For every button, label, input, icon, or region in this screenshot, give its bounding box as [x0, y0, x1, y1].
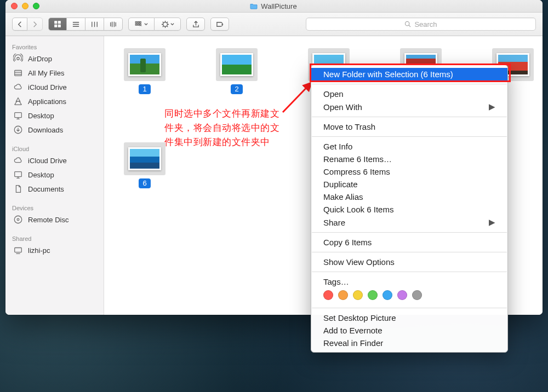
- submenu-arrow-icon: ▶: [489, 217, 495, 227]
- arrange-action-segment: [128, 18, 181, 31]
- minimize-button[interactable]: [22, 3, 28, 9]
- menu-set-desktop[interactable]: Set Desktop Picture: [311, 312, 507, 324]
- menu-tags[interactable]: Tags…: [311, 275, 507, 288]
- tag-color-dot[interactable]: [397, 290, 407, 300]
- annotation-line: 件夹，将会自动将选中的文: [164, 121, 279, 135]
- file-item[interactable]: 1: [124, 48, 165, 94]
- window-title: WallPicture: [39, 2, 507, 10]
- view-list-button[interactable]: [67, 18, 85, 31]
- forward-button[interactable]: [27, 18, 43, 31]
- sidebar-group-shared: Shared: [5, 232, 104, 243]
- view-icons-button[interactable]: [48, 18, 67, 31]
- sidebar[interactable]: Favorites AirDrop All My Files iCloud Dr…: [5, 36, 104, 315]
- menu-open[interactable]: Open: [311, 88, 507, 100]
- tag-color-dot[interactable]: [383, 290, 392, 300]
- menu-share[interactable]: Share▶: [311, 216, 507, 229]
- svg-rect-3: [58, 25, 60, 27]
- share-group: [186, 18, 205, 31]
- tag-color-dot[interactable]: [323, 290, 333, 300]
- menu-label: Set Desktop Picture: [323, 313, 396, 322]
- svg-rect-4: [135, 21, 137, 23]
- sidebar-item-downloads[interactable]: Downloads: [5, 123, 104, 137]
- sidebar-item-applications[interactable]: Applications: [5, 94, 104, 108]
- image-icon: [128, 53, 161, 76]
- titlebar[interactable]: WallPicture: [5, 0, 543, 13]
- file-thumb: [124, 48, 165, 81]
- annotation-line: 件集中到新建的文件夹中: [164, 135, 279, 149]
- menu-label: Add to Evernote: [323, 326, 383, 335]
- menu-duplicate[interactable]: Duplicate: [311, 178, 507, 191]
- menu-separator: [312, 308, 507, 308]
- tag-color-dot[interactable]: [368, 290, 378, 300]
- nav-buttons: [12, 18, 43, 31]
- toolbar: Search: [5, 13, 543, 36]
- tag-color-dot[interactable]: [412, 290, 422, 300]
- close-button[interactable]: [11, 3, 18, 9]
- image-icon: [220, 53, 253, 76]
- sidebar-label: iCloud Drive: [28, 157, 67, 165]
- menu-quicklook[interactable]: Quick Look 6 Items: [311, 203, 507, 216]
- applications-icon: [13, 96, 23, 106]
- menu-label: Get Info: [323, 142, 352, 151]
- traffic-lights: [11, 3, 39, 9]
- share-button[interactable]: [186, 18, 205, 31]
- sidebar-item-desktop[interactable]: Desktop: [5, 108, 104, 123]
- menu-separator: [312, 117, 507, 117]
- menu-label: Rename 6 Items…: [323, 154, 392, 164]
- svg-point-18: [17, 218, 19, 221]
- sidebar-label: iCloud Drive: [28, 83, 67, 91]
- svg-rect-13: [15, 71, 22, 76]
- menu-rename[interactable]: Rename 6 Items…: [311, 153, 507, 165]
- menu-separator: [312, 232, 507, 233]
- search-wrapper: Search: [306, 18, 536, 31]
- sidebar-item-shared-pc[interactable]: lizhi-pc: [5, 243, 104, 257]
- sidebar-item-iclouddrive[interactable]: iCloud Drive: [5, 153, 104, 168]
- sidebar-group-favorites: Favorites: [5, 41, 104, 51]
- sidebar-group-icloud: iCloud: [5, 142, 104, 153]
- action-button[interactable]: [155, 18, 181, 31]
- sidebar-item-allmyfiles[interactable]: All My Files: [5, 66, 104, 80]
- menu-move-trash[interactable]: Move to Trash: [311, 120, 507, 133]
- menu-evernote[interactable]: Add to Evernote: [311, 324, 507, 337]
- menu-open-with[interactable]: Open With▶: [311, 100, 507, 113]
- menu-view-options[interactable]: Show View Options: [311, 256, 507, 268]
- menu-label: Show View Options: [323, 257, 395, 267]
- search-icon: [404, 21, 411, 27]
- svg-point-11: [406, 21, 409, 25]
- menu-label: Tags…: [323, 277, 349, 286]
- svg-rect-6: [140, 21, 141, 23]
- arrange-button[interactable]: [128, 18, 155, 31]
- view-coverflow-button[interactable]: [104, 18, 123, 31]
- file-label: 2: [231, 84, 242, 94]
- image-icon: [128, 147, 161, 170]
- menu-make-alias[interactable]: Make Alias: [311, 191, 507, 203]
- sidebar-label: AirDrop: [28, 55, 52, 63]
- menu-separator: [312, 136, 507, 137]
- sidebar-item-airdrop[interactable]: AirDrop: [5, 51, 104, 66]
- sidebar-item-remotedisc[interactable]: Remote Disc: [5, 212, 104, 227]
- tag-color-dot[interactable]: [338, 290, 348, 300]
- file-item[interactable]: 2: [216, 48, 258, 94]
- menu-get-info[interactable]: Get Info: [311, 140, 507, 153]
- back-button[interactable]: [12, 18, 27, 31]
- svg-rect-8: [138, 24, 139, 25]
- file-thumb: [124, 142, 165, 175]
- search-field[interactable]: Search: [306, 18, 536, 31]
- menu-reveal-finder[interactable]: Reveal in Finder: [311, 337, 507, 349]
- sidebar-item-documents[interactable]: Documents: [5, 182, 104, 196]
- menu-copy[interactable]: Copy 6 Items: [311, 236, 507, 249]
- file-item[interactable]: 6: [124, 142, 165, 188]
- sidebar-label: Downloads: [28, 126, 63, 134]
- sidebar-item-icloud[interactable]: iCloud Drive: [5, 80, 104, 94]
- maximize-button[interactable]: [33, 3, 39, 9]
- sidebar-item-desktop2[interactable]: Desktop: [5, 168, 104, 182]
- airdrop-icon: [13, 54, 23, 64]
- svg-rect-2: [54, 25, 56, 27]
- view-columns-button[interactable]: [85, 18, 104, 31]
- tag-color-dot[interactable]: [353, 290, 363, 300]
- menu-label: Open With: [323, 102, 362, 112]
- menu-newfolder-selection[interactable]: New Folder with Selection (6 Items): [311, 68, 507, 80]
- tags-button[interactable]: [210, 18, 229, 31]
- menu-compress[interactable]: Compress 6 Items: [311, 165, 507, 178]
- submenu-arrow-icon: ▶: [489, 102, 495, 112]
